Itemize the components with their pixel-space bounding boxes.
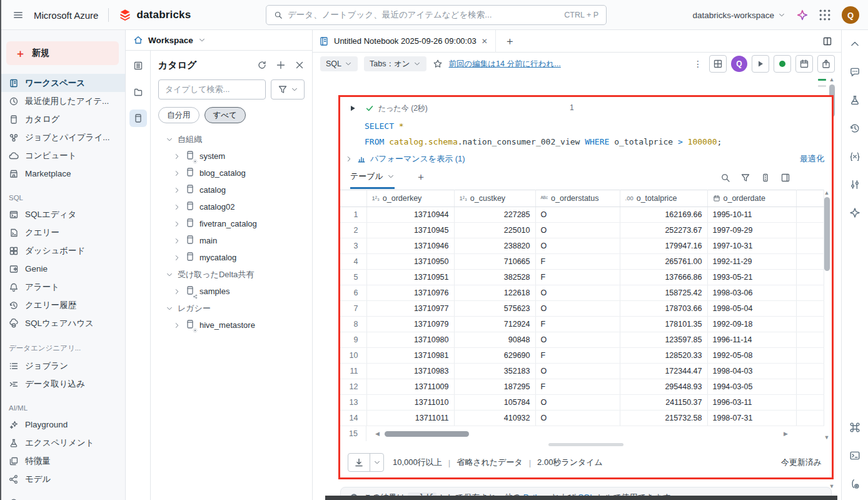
filter-pill-mine[interactable]: 自分用	[158, 107, 199, 123]
column-header-o_orderkey[interactable]: 1²₃o_orderkey	[366, 190, 454, 207]
sidebar-item-query-history[interactable]: クエリー履歴	[0, 296, 125, 314]
table-horizontal-scrollbar[interactable]: ◀ ▶	[366, 426, 794, 441]
table-row[interactable]: 1313711010105784O241150.371996-03-11	[340, 395, 824, 411]
cell-o_totalprice[interactable]: 178101.35	[620, 317, 707, 332]
tree-item-blog_catalog[interactable]: blog_catalog	[158, 165, 305, 181]
cell-o_totalprice[interactable]: 241150.37	[620, 395, 707, 411]
rail-version-history-icon[interactable]	[846, 120, 864, 137]
sidebar-item-alerts[interactable]: アラート	[0, 278, 125, 296]
sidebar-item-recents[interactable]: 最近使用したアイテ...	[0, 92, 125, 110]
cell-o_orderkey[interactable]: 13710951	[366, 270, 454, 285]
cell-o_totalprice[interactable]: 162169.66	[620, 207, 707, 223]
cell-o_totalprice[interactable]: 158725.42	[620, 285, 707, 301]
cell-o_custkey[interactable]: 238820	[454, 238, 535, 254]
table-row[interactable]: 113710944227285O162169.661995-10-11	[340, 207, 824, 223]
cell-o_orderstatus[interactable]: O	[535, 395, 620, 411]
search-results-icon[interactable]	[720, 173, 730, 183]
workspace-header[interactable]: Workspace	[126, 30, 312, 51]
sql-code-editor[interactable]: SELECT *FROM catalog.schema.nation_consu…	[340, 116, 832, 151]
sidebar-item-sql-warehouse[interactable]: SQLウェアハウス	[0, 314, 125, 332]
add-visualization-button[interactable]: ＋	[416, 171, 426, 184]
run-all-button[interactable]	[752, 55, 769, 73]
sidebar-item-jobs-pipelines[interactable]: ジョブとパイプライ...	[0, 128, 125, 146]
cell-o_orderkey[interactable]: 13711011	[366, 411, 454, 426]
catalog-rail-icon[interactable]	[129, 110, 147, 127]
cell-o_totalprice[interactable]: 252273.67	[620, 223, 707, 238]
cell-o_orderstatus[interactable]: O	[535, 207, 620, 223]
cell-o_totalprice[interactable]: 179947.16	[620, 238, 707, 254]
cell-o_orderkey[interactable]: 13710976	[366, 285, 454, 301]
cell-o_orderkey[interactable]: 13710945	[366, 223, 454, 238]
close-tab-icon[interactable]: ✕	[482, 37, 488, 46]
row-number-cell[interactable]: 11	[340, 364, 366, 379]
cell-o_orderstatus[interactable]: F	[535, 379, 620, 395]
cell-o_custkey[interactable]: 575623	[454, 301, 535, 317]
row-number-cell[interactable]: 3	[340, 238, 366, 254]
table-row[interactable]: 1113710983352183O172344.471998-04-03	[340, 364, 824, 379]
cell-o_custkey[interactable]: 710665	[454, 254, 535, 270]
menu-icon[interactable]	[13, 9, 24, 21]
cell-o_custkey[interactable]: 712924	[454, 317, 535, 332]
cell-o_custkey[interactable]: 382528	[454, 270, 535, 285]
cell-o_orderstatus[interactable]: O	[535, 285, 620, 301]
cell-o_orderstatus[interactable]: F	[535, 348, 620, 364]
presence-avatar[interactable]: Q	[731, 56, 747, 72]
download-button[interactable]	[348, 453, 384, 472]
row-number-cell[interactable]: 14	[340, 411, 366, 426]
cell-o_orderdate[interactable]: 1996-11-14	[707, 332, 796, 348]
cell-o_totalprice[interactable]: 128520.33	[620, 348, 707, 364]
workspace-selector[interactable]: databricks-workspace	[692, 11, 785, 20]
add-catalog-icon[interactable]	[276, 60, 286, 70]
sidebar-item-catalog[interactable]: カタログ	[0, 110, 125, 128]
table-row[interactable]: 613710976122618O158725.421998-03-06	[340, 285, 824, 301]
cell-o_orderkey[interactable]: 13711010	[366, 395, 454, 411]
rail-comments-icon[interactable]	[846, 63, 864, 81]
tree-item-mycatalog[interactable]: mycatalog	[158, 249, 305, 266]
cell-o_totalprice[interactable]: 265761.00	[620, 254, 707, 270]
sidebar-item-queries[interactable]: クエリー	[0, 223, 125, 242]
cell-o_orderkey[interactable]: 13710950	[366, 254, 454, 270]
share-button[interactable]	[817, 55, 835, 73]
sidebar-item-dashboards[interactable]: ダッシュボード	[0, 242, 125, 260]
resize-drag-handle[interactable]	[548, 443, 623, 446]
app-switcher-icon[interactable]	[819, 9, 830, 21]
column-header-o_orderstatus[interactable]: ᴬᴮᶜo_orderstatus	[535, 190, 620, 207]
tree-item-samples[interactable]: samples	[158, 283, 305, 300]
tree-item-fivetran_catalog[interactable]: fivetran_catalog	[158, 215, 305, 232]
cell-o_orderstatus[interactable]: O	[535, 223, 620, 238]
table-row[interactable]: 413710950710665F265761.001992-11-29	[340, 254, 824, 270]
tree-item-main[interactable]: main	[158, 232, 305, 249]
row-number-cell[interactable]: 7	[340, 301, 366, 317]
workspace-files-rail-icon[interactable]	[129, 83, 147, 101]
cell-o_orderdate[interactable]: 1998-03-06	[707, 285, 796, 301]
new-button[interactable]: ＋ 新規	[6, 41, 119, 65]
cell-o_custkey[interactable]: 105784	[454, 395, 535, 411]
tree-item-受け取ったDelta共有[interactable]: 受け取ったDelta共有	[158, 266, 305, 283]
rail-keyboard-shortcuts-icon[interactable]	[846, 419, 864, 436]
rail-terminal-icon[interactable]	[846, 447, 864, 464]
assistant-sparkle-icon[interactable]	[797, 9, 808, 21]
table-row[interactable]: 1013710981629690F128520.331992-05-08	[340, 348, 824, 364]
tree-item-レガシー[interactable]: レガシー	[158, 300, 305, 317]
cell-o_orderstatus[interactable]: O	[535, 411, 620, 426]
row-number-cell[interactable]: 5	[340, 270, 366, 285]
language-selector[interactable]: SQL	[320, 56, 358, 71]
table-row[interactable]: 1413711011410932O215732.581998-07-31	[340, 411, 824, 426]
cell-o_totalprice[interactable]: 123597.85	[620, 332, 707, 348]
sidebar-item-workspace[interactable]: ワークスペース	[0, 74, 125, 92]
sidebar-item-features[interactable]: 特徴量	[0, 452, 125, 470]
table-scroll-down-arrow[interactable]: ▼	[824, 434, 830, 441]
table-of-contents-rail-icon[interactable]	[129, 57, 147, 74]
chevron-right-icon[interactable]	[345, 155, 353, 163]
sidebar-item-marketplace[interactable]: Marketplace	[0, 165, 125, 183]
cell-o_orderdate[interactable]: 1998-07-31	[707, 411, 796, 426]
cell-o_orderdate[interactable]: 1993-05-21	[707, 270, 796, 285]
dashboard-layout-button[interactable]	[709, 55, 727, 73]
sidebar-item-genie[interactable]: Genie	[0, 260, 125, 278]
run-cell-icon[interactable]	[349, 105, 356, 112]
cell-o_orderdate[interactable]: 1992-09-18	[707, 317, 796, 332]
sidebar-item-models[interactable]: モデル	[0, 470, 125, 488]
cell-o_orderstatus[interactable]: F	[535, 317, 620, 332]
cell-o_orderstatus[interactable]: F	[535, 270, 620, 285]
cell-o_orderdate[interactable]: 1996-03-11	[707, 395, 796, 411]
